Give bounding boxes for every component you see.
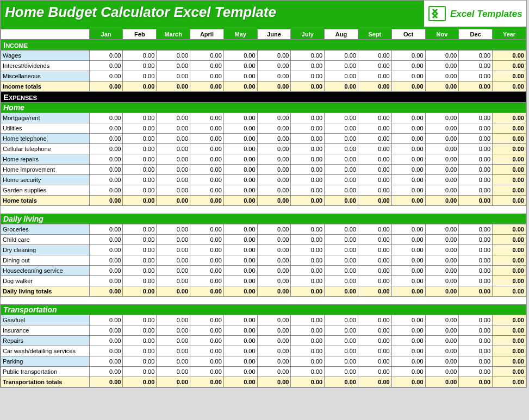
cell-value[interactable]: 0.00 xyxy=(157,315,190,325)
cell-value[interactable]: 0.00 xyxy=(291,325,325,336)
cell-value[interactable]: 0.00 xyxy=(157,144,190,154)
cell-value[interactable]: 0.00 xyxy=(358,235,391,245)
cell-value[interactable]: 0.00 xyxy=(391,255,425,266)
cell-value[interactable]: 0.00 xyxy=(157,336,190,346)
cell-value[interactable]: 0.00 xyxy=(89,144,123,154)
row-label[interactable]: Home telephone xyxy=(1,134,90,144)
cell-value[interactable]: 0.00 xyxy=(89,266,123,276)
cell-value[interactable]: 0.00 xyxy=(157,356,190,367)
cell-value[interactable]: 0.00 xyxy=(190,175,224,185)
cell-value[interactable]: 0.00 xyxy=(89,165,123,175)
cell-value[interactable]: 0.00 xyxy=(223,315,257,325)
cell-value[interactable]: 0.00 xyxy=(325,235,358,245)
cell-value[interactable]: 0.00 xyxy=(425,276,459,286)
cell-value[interactable]: 0.00 xyxy=(459,61,493,71)
cell-value[interactable]: 0.00 xyxy=(157,185,190,196)
cell-value[interactable]: 0.00 xyxy=(358,224,391,235)
cell-value[interactable]: 0.00 xyxy=(89,315,123,325)
cell-value[interactable]: 0.00 xyxy=(123,144,157,154)
cell-value[interactable]: 0.00 xyxy=(257,266,291,276)
cell-value[interactable]: 0.00 xyxy=(391,315,425,325)
cell-value[interactable]: 0.00 xyxy=(425,175,459,185)
cell-value[interactable]: 0.00 xyxy=(391,276,425,286)
cell-value[interactable]: 0.00 xyxy=(257,315,291,325)
cell-value[interactable]: 0.00 xyxy=(325,154,358,165)
cell-value[interactable]: 0.00 xyxy=(425,71,459,82)
cell-value[interactable]: 0.00 xyxy=(459,144,493,154)
cell-value[interactable]: 0.00 xyxy=(190,71,224,82)
cell-value[interactable]: 0.00 xyxy=(358,336,391,346)
cell-value[interactable]: 0.00 xyxy=(89,255,123,266)
cell-value[interactable]: 0.00 xyxy=(190,154,224,165)
cell-value[interactable]: 0.00 xyxy=(391,346,425,356)
cell-value[interactable]: 0.00 xyxy=(425,245,459,255)
cell-value[interactable]: 0.00 xyxy=(223,336,257,346)
cell-value[interactable]: 0.00 xyxy=(123,185,157,196)
cell-value[interactable]: 0.00 xyxy=(257,325,291,336)
cell-value[interactable]: 0.00 xyxy=(89,346,123,356)
cell-value[interactable]: 0.00 xyxy=(391,123,425,134)
cell-value[interactable]: 0.00 xyxy=(325,266,358,276)
cell-value[interactable]: 0.00 xyxy=(257,154,291,165)
cell-value[interactable]: 0.00 xyxy=(157,71,190,82)
cell-value[interactable]: 0.00 xyxy=(325,255,358,266)
cell-value[interactable]: 0.00 xyxy=(223,61,257,71)
cell-value[interactable]: 0.00 xyxy=(89,276,123,286)
cell-value[interactable]: 0.00 xyxy=(89,367,123,377)
cell-value[interactable]: 0.00 xyxy=(425,224,459,235)
cell-value[interactable]: 0.00 xyxy=(325,325,358,336)
cell-value[interactable]: 0.00 xyxy=(459,245,493,255)
cell-value[interactable]: 0.00 xyxy=(123,367,157,377)
cell-value[interactable]: 0.00 xyxy=(425,336,459,346)
cell-value[interactable]: 0.00 xyxy=(123,346,157,356)
cell-value[interactable]: 0.00 xyxy=(425,315,459,325)
cell-value[interactable]: 0.00 xyxy=(325,61,358,71)
cell-value[interactable]: 0.00 xyxy=(358,367,391,377)
cell-value[interactable]: 0.00 xyxy=(123,255,157,266)
cell-value[interactable]: 0.00 xyxy=(425,185,459,196)
cell-value[interactable]: 0.00 xyxy=(223,356,257,367)
cell-value[interactable]: 0.00 xyxy=(223,235,257,245)
cell-value[interactable]: 0.00 xyxy=(157,224,190,235)
cell-value[interactable]: 0.00 xyxy=(123,175,157,185)
cell-value[interactable]: 0.00 xyxy=(459,51,493,61)
row-label[interactable]: Public transportation xyxy=(1,367,90,377)
cell-value[interactable]: 0.00 xyxy=(89,245,123,255)
cell-value[interactable]: 0.00 xyxy=(425,144,459,154)
cell-value[interactable]: 0.00 xyxy=(157,266,190,276)
cell-value[interactable]: 0.00 xyxy=(223,367,257,377)
cell-value[interactable]: 0.00 xyxy=(223,266,257,276)
cell-value[interactable]: 0.00 xyxy=(358,123,391,134)
cell-value[interactable]: 0.00 xyxy=(190,113,224,123)
cell-value[interactable]: 0.00 xyxy=(257,175,291,185)
cell-value[interactable]: 0.00 xyxy=(425,165,459,175)
cell-value[interactable]: 0.00 xyxy=(459,325,493,336)
row-label[interactable]: Interest/dividends xyxy=(1,61,90,71)
cell-value[interactable]: 0.00 xyxy=(157,325,190,336)
cell-value[interactable]: 0.00 xyxy=(391,113,425,123)
cell-value[interactable]: 0.00 xyxy=(391,245,425,255)
cell-value[interactable]: 0.00 xyxy=(190,245,224,255)
cell-value[interactable]: 0.00 xyxy=(190,61,224,71)
cell-value[interactable]: 0.00 xyxy=(425,51,459,61)
cell-value[interactable]: 0.00 xyxy=(89,235,123,245)
cell-value[interactable]: 0.00 xyxy=(291,51,325,61)
cell-value[interactable]: 0.00 xyxy=(291,315,325,325)
cell-value[interactable]: 0.00 xyxy=(325,71,358,82)
cell-value[interactable]: 0.00 xyxy=(223,245,257,255)
cell-value[interactable]: 0.00 xyxy=(89,185,123,196)
cell-value[interactable]: 0.00 xyxy=(89,224,123,235)
row-label[interactable]: Housecleaning service xyxy=(1,266,90,276)
cell-value[interactable]: 0.00 xyxy=(257,144,291,154)
cell-value[interactable]: 0.00 xyxy=(291,144,325,154)
cell-value[interactable]: 0.00 xyxy=(459,276,493,286)
cell-value[interactable]: 0.00 xyxy=(459,336,493,346)
cell-value[interactable]: 0.00 xyxy=(391,71,425,82)
cell-value[interactable]: 0.00 xyxy=(425,266,459,276)
cell-value[interactable]: 0.00 xyxy=(291,134,325,144)
cell-value[interactable]: 0.00 xyxy=(325,336,358,346)
cell-value[interactable]: 0.00 xyxy=(190,123,224,134)
cell-value[interactable]: 0.00 xyxy=(459,367,493,377)
cell-value[interactable]: 0.00 xyxy=(325,123,358,134)
cell-value[interactable]: 0.00 xyxy=(391,154,425,165)
